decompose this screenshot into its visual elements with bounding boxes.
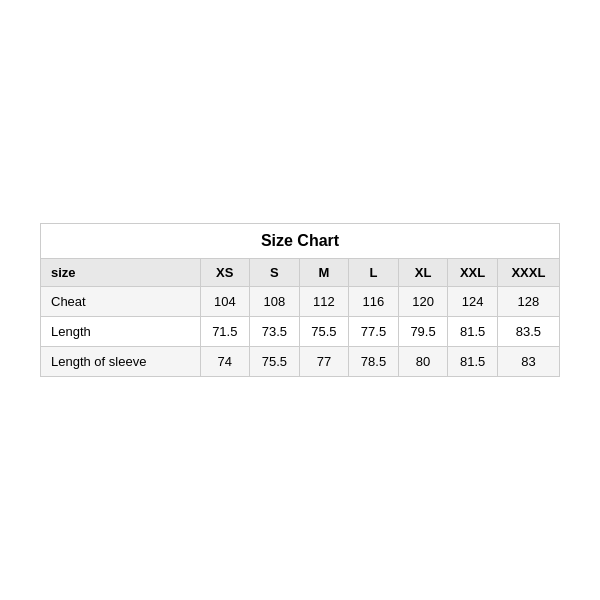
table-row: Cheat104108112116120124128 [41,287,560,317]
cell-1-1: 73.5 [250,317,300,347]
cell-2-4: 80 [398,347,448,377]
cell-0-2: 112 [299,287,349,317]
table-row: Length71.573.575.577.579.581.583.5 [41,317,560,347]
cell-2-6: 83 [497,347,559,377]
cell-2-2: 77 [299,347,349,377]
cell-2-3: 78.5 [349,347,399,377]
size-chart-wrapper: Size Chart sizeXSSMLXLXXLXXXL Cheat10410… [40,223,560,377]
cell-1-4: 79.5 [398,317,448,347]
header-cell-3: M [299,259,349,287]
header-cell-5: XL [398,259,448,287]
cell-1-0: 71.5 [200,317,250,347]
cell-1-6: 83.5 [497,317,559,347]
cell-0-3: 116 [349,287,399,317]
header-cell-6: XXL [448,259,498,287]
row-label-0: Cheat [41,287,201,317]
table-row: Length of sleeve7475.57778.58081.583 [41,347,560,377]
header-cell-0: size [41,259,201,287]
title-row: Size Chart [41,224,560,259]
cell-1-5: 81.5 [448,317,498,347]
header-row: sizeXSSMLXLXXLXXXL [41,259,560,287]
table-body: Cheat104108112116120124128Length71.573.5… [41,287,560,377]
cell-0-0: 104 [200,287,250,317]
row-label-2: Length of sleeve [41,347,201,377]
cell-1-3: 77.5 [349,317,399,347]
header-cell-7: XXXL [497,259,559,287]
cell-0-6: 128 [497,287,559,317]
header-cell-4: L [349,259,399,287]
cell-2-1: 75.5 [250,347,300,377]
cell-2-0: 74 [200,347,250,377]
header-cell-2: S [250,259,300,287]
cell-0-4: 120 [398,287,448,317]
size-chart-table: Size Chart sizeXSSMLXLXXLXXXL Cheat10410… [40,223,560,377]
header-cell-1: XS [200,259,250,287]
cell-1-2: 75.5 [299,317,349,347]
chart-title: Size Chart [41,224,560,259]
cell-0-5: 124 [448,287,498,317]
cell-2-5: 81.5 [448,347,498,377]
cell-0-1: 108 [250,287,300,317]
row-label-1: Length [41,317,201,347]
